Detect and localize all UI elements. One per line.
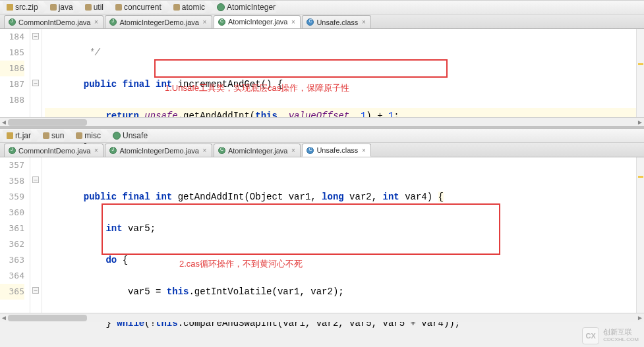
tab-atomicinteger[interactable]: AtomicInteger.java×	[214, 144, 301, 157]
line-number: 185	[0, 45, 24, 61]
scroll-right-icon[interactable]: ►	[636, 314, 644, 322]
marker-column-top[interactable]	[636, 29, 644, 117]
close-icon[interactable]: ×	[93, 147, 99, 153]
code-line: var5 = this.getIntVolatile(var1, var2);	[45, 284, 644, 300]
hscroll-bottom[interactable]: ◄ ►	[0, 313, 644, 322]
close-icon[interactable]: ×	[93, 19, 99, 25]
class-file-icon	[218, 147, 225, 154]
code-line: public final int incrementAndGet() {	[45, 76, 644, 92]
top-panel: src.zip java util concurrent atomic Atom…	[0, 0, 644, 126]
java-file-icon	[109, 18, 117, 26]
breadcrumb-top: src.zip java util concurrent atomic Atom…	[0, 0, 644, 14]
tab-commonintdemo[interactable]: CommonIntDemo.java×	[4, 144, 103, 157]
crumb-util[interactable]: util	[78, 1, 107, 13]
hscroll-top[interactable]: ◄ ►	[0, 117, 644, 126]
scroll-thumb[interactable]	[8, 315, 87, 321]
line-number: 360	[0, 205, 24, 221]
watermark-logo-icon: CX	[582, 327, 599, 344]
gutter-bottom: 357 358 359 360 361 362 363 364 365	[0, 157, 30, 313]
line-number: 188	[0, 92, 24, 108]
line-number: 365	[0, 284, 24, 300]
close-icon[interactable]: ×	[290, 19, 296, 25]
marker-tick[interactable]	[638, 63, 643, 65]
crumb-sun[interactable]: sun	[36, 130, 68, 142]
tab-unsafe[interactable]: Unsafe.class×	[302, 144, 371, 157]
line-number: 358	[0, 173, 24, 189]
tabs-top: CommonIntDemo.java× AtomicIntegerDemo.ja…	[0, 14, 644, 29]
close-icon[interactable]: ×	[290, 147, 296, 153]
tab-atomicintegerdemo[interactable]: AtomicIntegerDemo.java×	[105, 15, 212, 28]
bottom-panel: rt.jar sun misc Unsafe CommonIntDemo.jav…	[0, 128, 644, 322]
scroll-left-icon[interactable]: ◄	[0, 119, 8, 126]
fold-collapse-icon[interactable]: –	[32, 287, 39, 294]
gutter-top: 184 185 186 187 188	[0, 29, 30, 117]
fold-column-bottom[interactable]: – –	[30, 157, 42, 313]
java-file-icon	[9, 147, 16, 154]
crumb-rt-jar[interactable]: rt.jar	[3, 130, 35, 142]
tab-atomicinteger[interactable]: AtomicInteger.java×	[214, 15, 301, 28]
fold-collapse-icon[interactable]: –	[32, 33, 39, 40]
tab-atomicintegerdemo[interactable]: AtomicIntegerDemo.java×	[105, 144, 212, 157]
class-binary-icon	[307, 18, 314, 26]
line-number: 362	[0, 236, 24, 252]
line-number: 359	[0, 189, 24, 205]
close-icon[interactable]: ×	[361, 147, 366, 153]
line-number: 184	[0, 29, 24, 45]
line-number: 363	[0, 252, 24, 268]
close-icon[interactable]: ×	[202, 147, 208, 153]
tab-unsafe[interactable]: Unsafe.class×	[302, 15, 371, 28]
class-binary-icon	[307, 147, 314, 154]
crumb-java[interactable]: java	[44, 1, 77, 13]
crumb-src-zip[interactable]: src.zip	[3, 1, 42, 13]
class-file-icon	[218, 18, 225, 26]
code-line: int var5;	[45, 221, 644, 236]
scroll-thumb[interactable]	[8, 119, 87, 126]
java-file-icon	[9, 18, 16, 26]
code-line: public final int getAndAddInt(Object var…	[45, 189, 644, 205]
crumb-unsafe[interactable]: Unsafe	[106, 130, 152, 142]
code-line: do {	[45, 252, 644, 268]
close-icon[interactable]: ×	[202, 19, 208, 25]
crumb-concurrent[interactable]: concurrent	[109, 1, 165, 13]
close-icon[interactable]: ×	[361, 19, 366, 25]
crumb-atomicinteger[interactable]: AtomicInteger	[210, 1, 279, 13]
code-area-top[interactable]: */ public final int incrementAndGet() { …	[42, 29, 644, 117]
marker-column-bottom[interactable]	[636, 157, 644, 313]
annotation-box-1	[154, 59, 448, 78]
editor-bottom[interactable]: 357 358 359 360 361 362 363 364 365 – – …	[0, 157, 644, 313]
line-number: 186	[0, 61, 24, 76]
fold-collapse-icon[interactable]: –	[32, 176, 39, 183]
scroll-left-icon[interactable]: ◄	[0, 314, 8, 322]
scroll-right-icon[interactable]: ►	[636, 119, 644, 126]
crumb-atomic[interactable]: atomic	[167, 1, 209, 13]
java-file-icon	[109, 147, 117, 154]
line-number: 187	[0, 76, 24, 92]
line-number: 357	[0, 157, 24, 173]
watermark-brand: 创新互联	[603, 328, 639, 336]
line-number: 364	[0, 268, 24, 284]
fold-collapse-icon[interactable]: –	[32, 80, 39, 86]
crumb-misc[interactable]: misc	[69, 130, 105, 142]
watermark-sub: CDCXHL.COM	[603, 336, 639, 344]
code-area-bottom[interactable]: public final int getAndAddInt(Object var…	[42, 157, 644, 313]
marker-tick[interactable]	[638, 176, 643, 178]
watermark: CX 创新互联 CDCXHL.COM	[582, 327, 639, 344]
editor-top[interactable]: 184 185 186 187 188 – – */ public final …	[0, 29, 644, 117]
tab-commonintdemo[interactable]: CommonIntDemo.java×	[4, 15, 103, 28]
fold-column-top[interactable]: – –	[30, 29, 42, 117]
code-line: */	[45, 45, 644, 61]
line-number: 361	[0, 221, 24, 236]
